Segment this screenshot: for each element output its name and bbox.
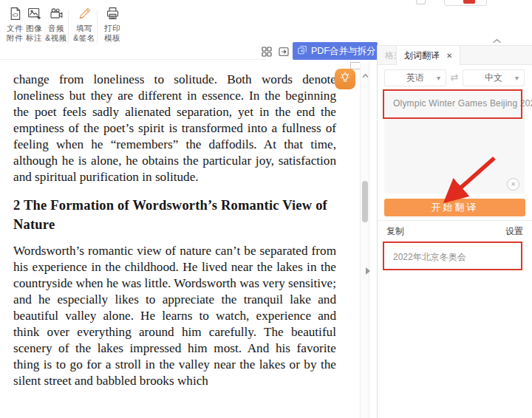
cutoff-toolbar-icon: [416, 0, 426, 4]
toolbar-divider: [0, 59, 266, 60]
panel-collapse-handle[interactable]: [366, 267, 370, 275]
tab-translate[interactable]: 划词翻译 ✕: [396, 46, 460, 65]
tips-lightbulb-button[interactable]: [335, 69, 355, 89]
source-language-value: 英语: [406, 72, 424, 84]
toolbar-item-label: 打印 模板: [99, 24, 126, 42]
panel-tabbar: 格式 划词翻译 ✕: [378, 46, 532, 65]
translate-panel: 格式 划词翻译 ✕ 英语 ▾ ⇄ 中文 ▾ Olympic Winter Gam…: [377, 46, 532, 418]
pencil-icon: [71, 6, 98, 21]
toolbar-separator: [68, 10, 69, 44]
merge-pages-icon: [297, 45, 307, 58]
source-language-select[interactable]: 英语 ▾: [384, 69, 446, 86]
scroll-up-icon[interactable]: [362, 68, 369, 81]
chevron-down-icon: ▾: [515, 74, 519, 82]
source-text-area[interactable]: Olympic Winter Games Beijing 2022 ✕: [384, 89, 525, 193]
video-camera-icon: [43, 6, 69, 21]
scrollbar-thumb[interactable]: [362, 181, 368, 222]
chevron-down-icon: ▾: [437, 74, 440, 82]
reading-mode-icon[interactable]: [278, 46, 290, 58]
toolbar-item-audio-video[interactable]: 音频 &视频: [43, 6, 69, 42]
doc-paragraph-2: Wordsworth’s romantic view of nature can…: [13, 243, 336, 389]
panel-divider: [378, 220, 532, 221]
tab-translate-label: 划词翻译: [404, 49, 440, 62]
printer-icon: [99, 6, 126, 21]
doc-heading: 2 The Formation of Wordsworth’s Romantic…: [13, 196, 336, 234]
toolbar-item-label: 音频 &视频: [43, 24, 69, 42]
clear-input-icon[interactable]: ✕: [507, 178, 519, 191]
pdf-merge-split-label: PDF合并与拆分: [311, 45, 376, 58]
vertical-scrollbar[interactable]: [360, 62, 369, 418]
swap-languages-icon[interactable]: ⇄: [447, 71, 462, 84]
thumbnail-grid-icon[interactable]: [261, 46, 273, 58]
cutoff-badge: [463, 0, 475, 4]
copy-button[interactable]: 复制: [386, 225, 404, 238]
start-translate-button[interactable]: 开始翻译: [384, 199, 525, 216]
close-icon[interactable]: ✕: [446, 52, 452, 60]
lightbulb-icon: [338, 71, 352, 87]
toolbar-item-label: 填写 &签名: [71, 24, 98, 42]
toolbar-item-print-template[interactable]: 打印 模板: [99, 6, 126, 42]
toolbar-item-fill-sign[interactable]: 填写 &签名: [71, 6, 98, 42]
translation-result: 2022年北京冬奥会: [393, 251, 466, 264]
pdf-page: change from loneliness to solitude. Both…: [13, 72, 336, 389]
target-language-select[interactable]: 中文 ▾: [463, 69, 525, 86]
page-fit-handle[interactable]: [350, 62, 361, 69]
source-text: Olympic Winter Games Beijing 2022: [393, 98, 532, 109]
pdf-merge-split-button[interactable]: PDF合并与拆分: [293, 42, 378, 60]
doc-paragraph-1: change from loneliness to solitude. Both…: [13, 72, 336, 185]
target-language-value: 中文: [485, 72, 502, 84]
toolbar-separator: [97, 10, 98, 44]
settings-button[interactable]: 设置: [505, 225, 523, 238]
